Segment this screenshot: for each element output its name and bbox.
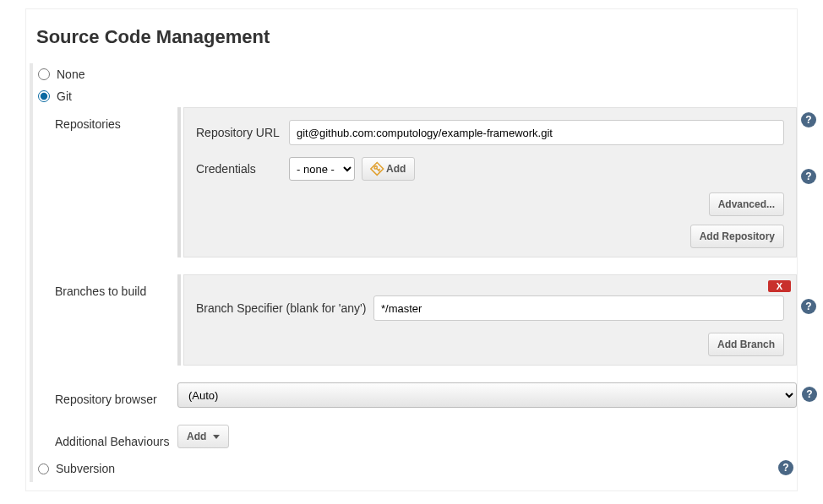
add-credentials-label: Add: [386, 163, 406, 175]
scm-radio-subversion[interactable]: [38, 463, 49, 474]
git-config-body: Repositories ? ? Repository URL Credenti…: [38, 107, 797, 448]
help-icon[interactable]: ?: [801, 112, 816, 127]
chevron-down-icon: [213, 435, 220, 439]
branch-panel: ? X Branch Specifier (blank for 'any') A…: [183, 274, 797, 366]
scm-option-none[interactable]: None: [38, 63, 797, 85]
delete-branch-button[interactable]: X: [768, 280, 791, 292]
help-icon[interactable]: ?: [802, 387, 817, 402]
scm-radio-git[interactable]: [38, 90, 50, 102]
scm-radio-subversion-label: Subversion: [56, 462, 115, 475]
branch-specifier-label: Branch Specifier (blank for 'any'): [196, 301, 373, 315]
add-branch-button[interactable]: Add Branch: [708, 333, 784, 356]
behaviours-label: Additional Behaviours: [55, 425, 177, 448]
repo-browser-label: Repository browser: [55, 382, 177, 406]
repositories-label: Repositories: [55, 107, 177, 131]
repository-panel: ? ? Repository URL Credentials - none -: [183, 107, 797, 257]
scm-radio-none[interactable]: [38, 68, 50, 80]
scm-option-subversion: Subversion ?: [38, 455, 797, 482]
scm-radio-git-label: Git: [57, 89, 72, 103]
add-behaviour-button[interactable]: Add: [177, 425, 229, 448]
panel-drag-handle[interactable]: [177, 274, 181, 366]
scm-radio-none-label: None: [57, 68, 84, 81]
scm-option-git[interactable]: Git: [38, 85, 797, 107]
repo-browser-row: Repository browser (Auto) ?: [55, 382, 797, 408]
branch-specifier-input[interactable]: [373, 295, 784, 321]
help-icon[interactable]: ?: [801, 299, 816, 314]
repo-url-label: Repository URL: [196, 126, 289, 139]
help-icon[interactable]: ?: [801, 169, 816, 184]
key-icon: ⚿: [368, 160, 385, 177]
help-icon[interactable]: ?: [778, 460, 793, 475]
repo-browser-select[interactable]: (Auto): [177, 382, 797, 408]
scm-section: Source Code Management None Git Reposito…: [25, 8, 798, 491]
scm-container: None Git Repositories ? ? Repository URL: [30, 63, 797, 482]
add-repository-button[interactable]: Add Repository: [690, 225, 784, 248]
credentials-select[interactable]: - none -: [289, 157, 355, 181]
credentials-label: Credentials: [196, 162, 289, 176]
panel-drag-handle[interactable]: [177, 107, 181, 257]
add-credentials-button[interactable]: ⚿ Add: [362, 157, 415, 181]
section-title: Source Code Management: [26, 18, 797, 63]
repo-url-input[interactable]: [289, 120, 784, 145]
branches-label: Branches to build: [55, 274, 177, 298]
branches-row: Branches to build ? X Branch Specifier (…: [55, 274, 797, 366]
advanced-button[interactable]: Advanced...: [709, 192, 784, 216]
repositories-row: Repositories ? ? Repository URL Credenti…: [55, 107, 797, 257]
behaviours-row: Additional Behaviours Add: [55, 425, 797, 448]
